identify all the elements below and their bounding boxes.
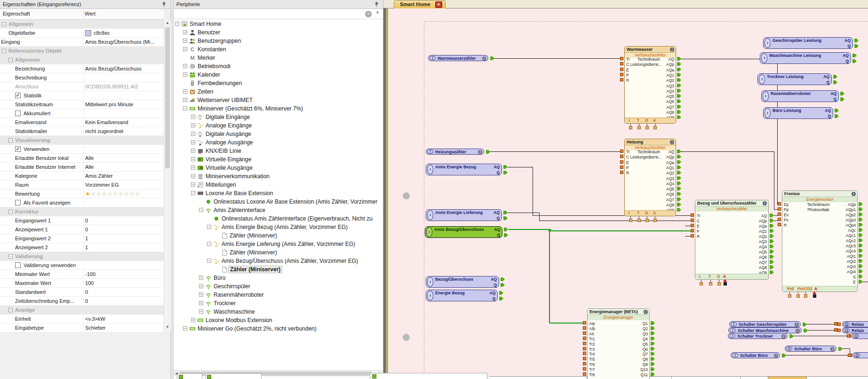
output-connector[interactable] — [677, 57, 681, 61]
output-connector[interactable] — [770, 229, 774, 233]
property-value[interactable]: 100 — [85, 280, 94, 286]
property-value[interactable]: c8c8ec — [94, 30, 110, 36]
wire[interactable] — [549, 230, 691, 231]
output-connector[interactable] — [835, 114, 839, 118]
tree-expander[interactable]: + — [183, 72, 187, 77]
input-connector[interactable] — [834, 322, 837, 325]
property-value[interactable]: Amis Zähler — [85, 173, 113, 179]
star-empty-icon[interactable]: ☆ — [91, 191, 96, 197]
tree-expander[interactable]: + — [199, 301, 203, 305]
tree-item-label[interactable]: Smart Home — [190, 21, 221, 27]
tree-item[interactable]: Zähler (Miniserver) — [174, 231, 383, 240]
output-connector[interactable] — [651, 372, 655, 376]
output-connector[interactable] — [651, 342, 655, 346]
pin-icon[interactable] — [161, 2, 167, 7]
output-connector[interactable] — [770, 245, 774, 248]
property-value[interactable]: -100 — [85, 271, 96, 277]
tree-item-label[interactable]: Zähler (Miniserver) — [228, 266, 282, 273]
property-value[interactable]: 0 — [85, 289, 88, 295]
wire[interactable] — [774, 209, 778, 210]
wire[interactable] — [805, 330, 834, 331]
property-value[interactable]: Mittelwert pro Minute — [85, 102, 133, 107]
properties-vertical-scrollbar[interactable]: ▲ ▼ — [164, 20, 171, 331]
output-connector[interactable] — [770, 255, 774, 259]
output-connector[interactable] — [677, 182, 681, 185]
checkbox[interactable] — [15, 262, 21, 268]
tree-item[interactable]: +MSMiniserver Go (Geschätzt 2%, nicht ve… — [174, 324, 383, 333]
bottom-connector[interactable] — [653, 219, 657, 222]
wire[interactable] — [509, 229, 549, 230]
info-icon[interactable]: i — [796, 329, 800, 333]
checkbox[interactable] — [15, 111, 21, 116]
output-connector[interactable] — [677, 110, 681, 114]
tree-item-label[interactable]: KNX/EIB Linie — [206, 148, 241, 154]
tree-item[interactable]: +CKonstanten — [174, 45, 383, 54]
property-value[interactable]: Alle — [85, 155, 94, 161]
output-connector[interactable] — [677, 197, 681, 201]
tree-item[interactable]: Onlinestatus Amis Zählerinterface (Eigen… — [174, 214, 383, 223]
tree-item-label[interactable]: Merker — [198, 55, 215, 61]
tree-expander[interactable]: + — [199, 309, 203, 314]
wire[interactable] — [508, 167, 533, 167]
input-connector[interactable] — [583, 372, 586, 376]
output-connector[interactable] — [859, 259, 863, 263]
function-block[interactable]: HeizungiVerbrauchszählerTrTechnikraumAQC… — [624, 139, 676, 216]
wire[interactable] — [494, 58, 620, 59]
info-icon[interactable]: i — [774, 354, 778, 358]
tree-item-label[interactable]: Waschmaschine — [214, 308, 255, 315]
wire[interactable] — [774, 215, 778, 216]
tree-expander[interactable]: − — [207, 242, 211, 246]
output-connector[interactable] — [677, 68, 681, 71]
output-connector[interactable] — [503, 165, 508, 169]
output-connector[interactable] — [852, 54, 857, 57]
collapse-icon[interactable]: − — [2, 22, 6, 26]
tree-item[interactable]: +Zeiten — [174, 87, 383, 96]
info-icon[interactable]: i — [830, 347, 835, 351]
tree-expander[interactable]: + — [191, 149, 195, 153]
input-connector[interactable] — [620, 160, 623, 164]
property-value[interactable]: Vorzimmer EG — [85, 182, 119, 188]
output-connector[interactable] — [770, 260, 774, 264]
property-value[interactable]: <v.3>kW — [85, 316, 105, 322]
wire[interactable] — [804, 324, 834, 324]
collapse-icon[interactable]: − — [2, 49, 6, 53]
tree-item[interactable]: +KNX/EIB Linie — [174, 147, 383, 155]
output-connector[interactable] — [677, 73, 681, 77]
wire[interactable] — [549, 229, 550, 323]
tree-item[interactable]: Fernbedienungen — [174, 79, 383, 87]
output-connector[interactable] — [840, 97, 844, 101]
tree-item[interactable]: +Rasenmäherroboter — [174, 291, 383, 299]
output-connector[interactable] — [677, 99, 681, 103]
tree-expander[interactable]: + — [191, 182, 195, 187]
input-reference-pill[interactable]: VSchalter Büroi — [785, 346, 836, 352]
tree-item[interactable]: +Analoge Ausgänge — [174, 138, 383, 147]
property-value[interactable]: Amis Bezug/Überschuss — [85, 66, 142, 71]
output-connector[interactable] — [677, 89, 681, 93]
tree-item-label[interactable]: Amis Zählerinterface — [214, 207, 265, 213]
input-connector[interactable] — [778, 213, 781, 216]
bottom-connector[interactable] — [637, 126, 641, 129]
tree-item-label[interactable]: Virtuelle Ausgänge — [206, 165, 253, 171]
wire[interactable] — [539, 221, 691, 221]
output-connector[interactable] — [651, 362, 655, 366]
output-reference-pill[interactable]: QRelais — [842, 321, 868, 327]
tree-expander[interactable]: + — [199, 284, 203, 288]
input-reference-pill[interactable]: ISchalter Geschirrspüleri — [729, 321, 801, 327]
tree-item[interactable]: −Amis Zählerinterface — [174, 206, 383, 214]
tree-expander[interactable]: + — [191, 166, 195, 170]
input-reference-pill[interactable]: IAmis Bezug/ÜberschussAQQ — [425, 226, 502, 238]
tree-item[interactable]: −Amis Bezug/Überschuss (Amis Zähler, Vor… — [174, 257, 383, 265]
tree-expander[interactable]: + — [191, 140, 195, 144]
tree-item-label[interactable]: Zähler (Miniserver) — [230, 232, 277, 239]
input-connector[interactable] — [583, 342, 586, 345]
tree-item-label[interactable]: Zeiten — [198, 88, 213, 95]
info-icon[interactable]: i — [644, 310, 648, 314]
output-connector[interactable] — [770, 250, 774, 253]
output-connector[interactable] — [854, 39, 859, 42]
output-connector[interactable] — [770, 219, 774, 222]
wire[interactable] — [533, 167, 533, 215]
output-connector[interactable] — [651, 347, 655, 351]
output-connector[interactable] — [651, 367, 655, 371]
search-input[interactable] — [175, 10, 361, 18]
tree-item-label[interactable]: Miniserver Go (Geschätzt 2%, nicht verbu… — [198, 325, 317, 332]
